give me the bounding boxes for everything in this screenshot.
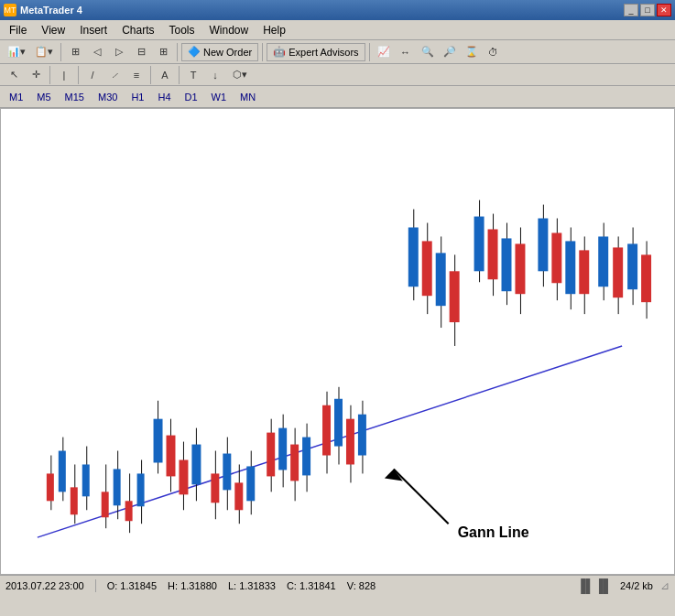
svg-rect-72 [551,232,561,283]
tf-m30[interactable]: M30 [93,90,123,104]
svg-rect-66 [502,238,512,291]
svg-rect-18 [125,501,133,521]
shape-tool[interactable]: ⬡▾ [227,66,253,84]
close-button[interactable]: ✕ [657,4,671,16]
svg-rect-64 [488,229,498,279]
svg-rect-26 [179,459,188,494]
status-datetime: 2013.07.22 23:00 [5,580,84,591]
nav-forward-button[interactable]: ▷ [109,43,129,61]
text-tool[interactable]: A [155,66,175,84]
menu-charts[interactable]: Charts [114,22,161,38]
svg-rect-50 [346,419,354,465]
menu-view[interactable]: View [34,22,72,38]
svg-rect-54 [408,227,419,286]
svg-rect-6 [47,473,54,501]
menu-window[interactable]: Window [202,22,256,38]
toolbar-sep-1 [60,43,61,61]
svg-text:Gann Line: Gann Line [458,524,529,540]
svg-rect-60 [450,271,460,322]
tf-mn[interactable]: MN [234,90,261,104]
toolbar-sep-3 [262,43,263,61]
tf-w1[interactable]: W1 [206,90,233,104]
menu-bar: File View Insert Charts Tools Window Hel… [0,20,675,40]
zoom-in-button[interactable]: ⊞ [153,43,173,61]
period-button[interactable]: ⌛ [462,43,482,61]
arrow-tool[interactable]: ↓ [205,66,225,84]
tf-h4[interactable]: H4 [152,90,176,104]
retracement-tool[interactable]: ≡ [126,66,147,84]
status-filesize: 24/2 kb [620,580,653,591]
app-icon: MT [4,4,16,16]
menu-insert[interactable]: Insert [72,22,114,38]
tf-m5[interactable]: M5 [31,90,56,104]
new-order-button[interactable]: 🔷 New Order [181,43,258,61]
menu-help[interactable]: Help [256,22,293,38]
svg-rect-68 [515,243,525,294]
draw-sep-1 [49,66,50,84]
svg-rect-84 [641,254,651,302]
svg-rect-56 [422,241,432,296]
tf-m1[interactable]: M1 [4,90,28,104]
svg-rect-44 [302,438,310,476]
status-close: C: 1.31841 [287,580,336,591]
zoom-chart-button[interactable]: 🔍 [418,43,438,61]
menu-file[interactable]: File [2,22,34,38]
main-toolbar: 📊▾ 📋▾ ⊞ ◁ ▷ ⊟ ⊞ 🔷 New Order 🤖 Expert Adv… [0,40,675,64]
svg-rect-22 [154,419,163,463]
toolbar-sep-2 [177,43,178,61]
chart-move-button[interactable]: ↔ [396,43,416,61]
cursor-tool[interactable]: ↖ [4,66,24,84]
toolbar-sep-4 [369,43,370,61]
menu-tools[interactable]: Tools [162,22,202,38]
zoom-out-button[interactable]: ⊟ [131,43,151,61]
tf-h1[interactable]: H1 [125,90,149,104]
draw-sep-4 [179,66,180,84]
new-order-label: New Order [203,47,252,58]
history-center-button[interactable]: 📈 [374,43,394,61]
svg-rect-38 [267,433,275,477]
profiles-button[interactable]: ⊞ [65,43,85,61]
chart-svg: Gann Line [1,109,674,574]
svg-rect-70 [538,219,548,272]
status-high: H: 1.31880 [168,580,217,591]
maximize-button[interactable]: □ [640,4,655,16]
svg-rect-82 [627,243,637,289]
svg-rect-28 [191,445,201,485]
drawing-toolbar: ↖ ✛ | / ⟋ ≡ A T ↓ ⬡▾ [0,64,675,86]
title-bar-buttons[interactable]: _ □ ✕ [624,4,671,16]
status-volume: V: 828 [347,580,376,591]
line-tool[interactable]: / [82,66,103,84]
minimize-button[interactable]: _ [624,4,638,16]
expert-advisors-button[interactable]: 🤖 Expert Advisors [267,43,365,61]
templates-button[interactable]: 📋▾ [31,43,57,61]
svg-rect-76 [579,250,589,294]
svg-rect-52 [358,415,366,456]
svg-rect-62 [474,217,484,272]
svg-rect-14 [102,492,109,517]
tf-m15[interactable]: M15 [60,90,90,104]
draw-sep-2 [78,66,79,84]
label-tool[interactable]: T [183,66,203,84]
crosshair-tool[interactable]: ✛ [26,66,46,84]
svg-rect-46 [322,405,331,456]
svg-rect-8 [59,451,66,492]
period2-button[interactable]: ⏱ [484,43,504,61]
status-resize-icon: ⊿ [660,579,670,592]
svg-rect-30 [211,473,219,503]
svg-rect-12 [82,464,90,496]
title-bar-text: MetaTrader 4 [20,5,82,16]
gann-tool[interactable]: ⟋ [104,66,125,84]
svg-rect-40 [278,428,287,470]
nav-back-button[interactable]: ◁ [87,43,107,61]
expert-icon: 🤖 [273,46,286,58]
chart-area[interactable]: Gann Line [0,108,675,575]
svg-rect-32 [223,454,231,491]
zoom-minus-button[interactable]: 🔎 [440,43,460,61]
svg-rect-34 [234,482,243,510]
vertical-line-tool[interactable]: | [54,66,74,84]
expert-label: Expert Advisors [289,47,358,58]
svg-rect-24 [167,436,176,477]
tf-d1[interactable]: D1 [180,90,203,104]
new-chart-button[interactable]: 📊▾ [4,43,29,61]
svg-rect-80 [613,247,623,297]
